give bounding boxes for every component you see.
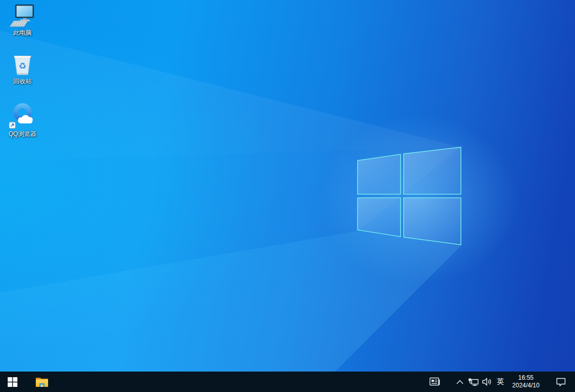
language-indicator-label: 英	[497, 377, 504, 386]
ethernet-monitor-icon	[468, 378, 479, 386]
computer-monitor-keyboard-icon	[9, 4, 36, 29]
recycle-symbol-glyph: ♻	[18, 61, 26, 71]
clock-time: 16:55	[518, 374, 534, 382]
folder-icon	[35, 376, 49, 387]
windows-logo-icon	[0, 0, 575, 372]
desktop-icon-label: 此电脑	[13, 29, 32, 36]
action-center-button[interactable]	[550, 372, 571, 392]
chevron-up-icon	[456, 380, 463, 384]
desktop-icon-this-pc[interactable]: 此电脑	[3, 4, 42, 36]
network-button[interactable]	[467, 372, 480, 392]
news-and-interests-button[interactable]	[425, 372, 445, 392]
desktop-icon-label: 回收站	[13, 78, 32, 85]
desktop-icon-recycle-bin[interactable]: ♻ 回收站	[3, 52, 42, 85]
shortcut-arrow-overlay	[9, 122, 15, 128]
clock-button[interactable]: 16:55 2024/4/10	[506, 372, 545, 392]
recycle-bin-icon: ♻	[10, 52, 35, 77]
taskbar: 英 16:55 2024/4/10	[0, 372, 575, 392]
volume-button[interactable]	[480, 372, 494, 392]
desktop-icon-label: QQ浏览器	[9, 130, 37, 137]
start-button[interactable]	[0, 372, 25, 392]
windows-desktop: 此电脑 ♻ 回收站	[0, 0, 575, 392]
desktop-wallpaper	[0, 0, 575, 372]
system-tray: 英 16:55 2024/4/10	[425, 372, 571, 392]
desktop-icon-qq-browser[interactable]: QQ浏览器	[3, 100, 42, 137]
speaker-waves-icon	[482, 378, 492, 386]
newspaper-icon	[429, 377, 440, 386]
file-explorer-button[interactable]	[31, 372, 53, 392]
qq-browser-ring-cloud-icon	[8, 100, 37, 130]
notification-bubble-icon	[556, 378, 566, 386]
show-hidden-icons-button[interactable]	[453, 372, 467, 392]
language-indicator-button[interactable]: 英	[494, 372, 506, 392]
clock-date: 2024/4/10	[512, 382, 539, 389]
windows-flag-icon	[8, 377, 17, 387]
